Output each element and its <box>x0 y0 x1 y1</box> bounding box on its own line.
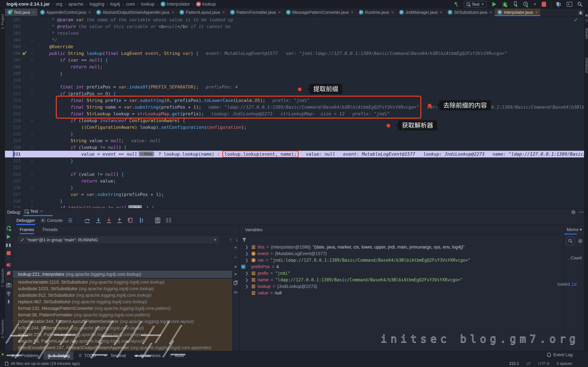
stack-frame-row[interactable]: toText:244, PatternLayout (org.apache.lo… <box>13 325 232 331</box>
mute-breakpoints-icon[interactable] <box>6 271 11 275</box>
step-into-icon[interactable] <box>96 217 101 223</box>
stack-frame-row[interactable]: substitute:1033, StrSubstitutor (org.apa… <box>13 285 232 292</box>
breadcrumb-item[interactable]: mlookup <box>196 1 216 7</box>
code-line-208[interactable]: 208 return null; <box>5 63 584 70</box>
code-line-209[interactable]: 209▴ } <box>5 70 584 77</box>
close-icon[interactable]: × <box>440 10 442 15</box>
stripe-project[interactable]: 1: Project <box>0 14 5 29</box>
expand-chevron-icon[interactable]: ❯ <box>245 276 249 283</box>
stack-frame-row[interactable]: resolveVariable:1110, StrSubstitutor (or… <box>13 279 232 285</box>
caret-position[interactable]: 221:1 <box>509 361 519 366</box>
code-line-201[interactable]: 201 * @param var the name of the variabl… <box>5 17 584 23</box>
tab-runtime-java[interactable]: CRuntime.java× <box>356 8 397 16</box>
step-over-icon[interactable] <box>84 217 90 223</box>
code-line-206[interactable]: 206▾ public String lookup(final LogEvent… <box>5 50 584 57</box>
variable-row-event[interactable]: ❯pevent={MutableLogEvent@1577} <box>240 250 564 257</box>
code-line-204[interactable]: 204▴ */ <box>5 37 584 43</box>
expand-chevron-icon[interactable]: ❯ <box>245 270 249 276</box>
variable-row-lookup[interactable]: ❯lookup={JndiLookup@2273} <box>240 283 564 290</box>
hide-tool-window-icon[interactable]: — <box>579 209 584 215</box>
code-line-228[interactable]: 228▴ } <box>5 198 584 204</box>
code-line-226[interactable]: 226▴ } <box>5 184 584 191</box>
debug-settings-gear-icon[interactable] <box>571 210 576 215</box>
tab-patternformatter-java[interactable]: CPatternFormatter.java× <box>228 8 284 16</box>
attach-to-process-icon[interactable] <box>512 1 519 7</box>
stripe-database[interactable]: Database <box>585 58 588 73</box>
expand-chevron-icon[interactable]: ❯ <box>245 283 249 290</box>
debug-session-tab[interactable]: Test × <box>25 209 43 214</box>
view-breakpoints-icon[interactable] <box>6 263 11 267</box>
code-line-225[interactable]: 225 return value; <box>5 178 584 184</box>
fold-marker-icon[interactable]: ▾ <box>29 117 35 124</box>
step-out-icon[interactable] <box>117 217 122 223</box>
search-everywhere-icon[interactable] <box>577 1 583 7</box>
stripe-favorites[interactable]: 2: Favorites <box>0 319 5 338</box>
tab-abstractoutputstreamappender-java[interactable]: CAbstractOutputStreamAppender.java× <box>94 8 177 16</box>
breadcrumb-item[interactable]: org <box>56 1 62 7</box>
tab-interpolator-java[interactable]: CInterpolator.java× <box>495 8 540 16</box>
stack-frame-row[interactable]: format:132, MessagePatternConverter (org… <box>13 305 232 312</box>
code-line-220[interactable]: 220▾ if (lookup != null) { <box>5 144 584 151</box>
expand-chevron-icon[interactable]: ❯ <box>245 244 249 250</box>
close-icon[interactable]: × <box>172 10 174 15</box>
code-line-203[interactable]: 203 * resolved <box>5 30 584 37</box>
code-line-219[interactable]: 219 String value = null;value: null <box>5 137 584 144</box>
prev-frame-icon[interactable]: ↑ <box>229 237 232 243</box>
close-icon[interactable]: × <box>535 10 538 15</box>
code-line-229[interactable]: 229▾ if (defaultLookup != null= true ) { <box>5 204 584 208</box>
variable-row-value[interactable]: value=null <box>240 290 564 296</box>
pause-icon[interactable]: ▮▮ <box>6 242 12 248</box>
resume-icon[interactable] <box>7 235 10 239</box>
variable-row-prefix[interactable]: ❯prefix="jndi" <box>240 270 564 276</box>
stop-button[interactable] <box>541 1 547 7</box>
code-line-221[interactable]: 221 value = event == null= false ? looku… <box>5 151 584 158</box>
fold-marker-icon[interactable]: ▾ <box>29 144 35 151</box>
close-icon[interactable]: × <box>490 10 492 15</box>
force-step-into-icon[interactable] <box>106 217 111 223</box>
tab-console[interactable]: ▸ Console <box>41 216 62 225</box>
code-line-222[interactable]: 222▴ } <box>5 158 584 164</box>
code-line-207[interactable]: 207▾ if (var == null) { <box>5 57 584 63</box>
breadcrumb-item[interactable]: log4j-core-2.14.1.jar <box>7 1 50 7</box>
navigate-back-icon[interactable] <box>453 1 459 7</box>
fold-marker-icon[interactable]: ▾ <box>29 90 35 97</box>
tab-memory[interactable]: Memo ▾ <box>567 227 585 232</box>
tab-test-java[interactable]: CTest.java× <box>5 8 38 16</box>
stripe-maven[interactable]: Maven <box>585 28 588 39</box>
run-configuration-select[interactable]: Test ▼ <box>464 1 487 8</box>
profiler-chevron-icon[interactable]: ▼ <box>533 2 536 6</box>
breadcrumb-item[interactable]: CInterpolator <box>161 1 190 7</box>
status-message[interactable]: All files are up-to-date (19 minutes ago… <box>11 361 80 366</box>
rerun-icon[interactable] <box>6 226 11 231</box>
code-line-227[interactable]: 227 var = var.substring(prefixPos + 1); <box>5 191 584 198</box>
run-to-cursor-icon[interactable] <box>139 217 144 223</box>
run-button[interactable] <box>491 1 497 7</box>
line-ending[interactable]: LF <box>526 361 531 366</box>
close-icon[interactable]: × <box>40 209 43 214</box>
indent-setting[interactable]: 4 spaces <box>556 361 572 366</box>
tool-stripe-icon[interactable] <box>585 14 588 17</box>
copy-stack-icon[interactable] <box>234 281 238 285</box>
code-line-202[interactable]: 202 * @return the value of this variable… <box>5 23 584 30</box>
toolwindow-button-build[interactable]: ⟋Build <box>165 351 188 360</box>
fold-marker-icon[interactable]: ▾ <box>29 57 35 63</box>
drop-frame-icon[interactable] <box>128 217 133 223</box>
code-line-205[interactable]: 205 @Override <box>5 43 584 50</box>
expand-chevron-icon[interactable]: ❯ <box>245 250 249 257</box>
stack-frame-row[interactable]: lookup:221, Interpolator (org.apache.log… <box>13 271 232 278</box>
stack-frame-row[interactable]: replace:467, StrSubstitutor (org.apache.… <box>13 299 232 305</box>
toolwindow-button-terminal[interactable]: ▸_Terminal <box>101 351 130 360</box>
loaded-status[interactable]: loaded. Lo <box>557 282 577 287</box>
code-line-224[interactable]: 224▾ if (value != null) { <box>5 171 584 178</box>
tab-threads[interactable]: Threads <box>42 225 58 234</box>
fold-marker-icon[interactable]: ▾ <box>29 204 35 208</box>
tab-patternlayout-java[interactable]: CPatternLayout.java× <box>177 8 228 16</box>
variable-row-this[interactable]: ❯this={Interpolator@1586} "{date, java, … <box>240 244 564 250</box>
close-icon[interactable]: × <box>278 10 281 15</box>
infinity-icon[interactable]: ∞ <box>234 289 237 295</box>
close-icon[interactable]: × <box>88 10 91 15</box>
close-icon[interactable]: × <box>351 10 353 15</box>
stack-frame-row[interactable]: encode:59, PatternLayout (org.apache.log… <box>13 338 232 344</box>
fold-marker-icon[interactable]: ▴ <box>29 184 35 191</box>
code-line-223[interactable]: 223 <box>5 164 584 171</box>
